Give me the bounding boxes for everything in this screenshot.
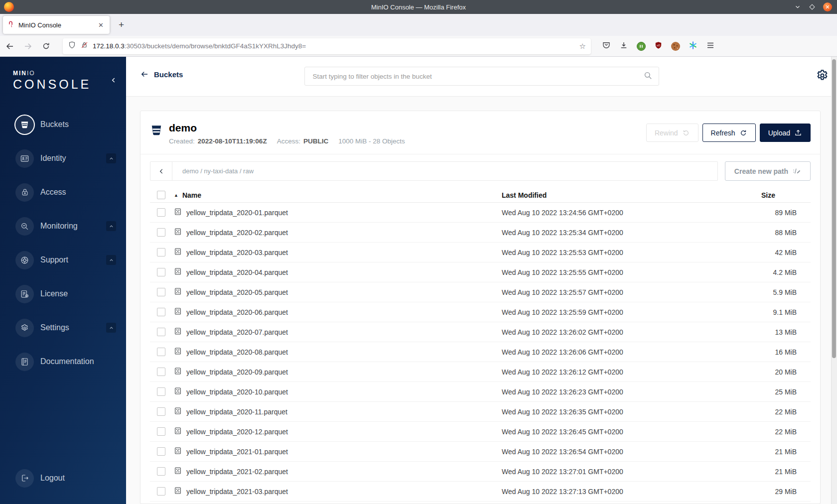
- upload-button[interactable]: Upload: [760, 124, 811, 142]
- row-checkbox[interactable]: [157, 288, 165, 296]
- object-name[interactable]: yellow_tripdata_2020-09.parquet: [186, 368, 288, 376]
- bookmark-star-icon[interactable]: ☆: [579, 42, 586, 51]
- object-row[interactable]: yellow_tripdata_2020-02.parquetWed Aug 1…: [150, 223, 811, 243]
- column-header-last-modified[interactable]: Last Modified: [502, 191, 736, 199]
- breadcrumb[interactable]: demo / ny-taxi-data / raw: [172, 162, 254, 180]
- sort-ascending-icon[interactable]: ▲: [174, 193, 178, 198]
- row-checkbox[interactable]: [157, 467, 165, 476]
- window-menu-chevron-icon[interactable]: [794, 3, 801, 10]
- object-row[interactable]: yellow_tripdata_2021-02.parquetWed Aug 1…: [150, 462, 811, 482]
- row-checkbox[interactable]: [157, 248, 165, 256]
- cookie-extension-icon[interactable]: [671, 42, 680, 51]
- back-to-buckets-link[interactable]: Buckets: [140, 70, 183, 79]
- row-checkbox[interactable]: [157, 268, 165, 276]
- object-row[interactable]: yellow_tripdata_2020-08.parquetWed Aug 1…: [150, 342, 811, 362]
- reload-icon[interactable]: [38, 39, 54, 54]
- row-checkbox[interactable]: [157, 447, 165, 456]
- object-row[interactable]: yellow_tripdata_2020-03.parquetWed Aug 1…: [150, 243, 811, 262]
- object-row[interactable]: yellow_tripdata_2021-01.parquetWed Aug 1…: [150, 442, 811, 462]
- rewind-button[interactable]: Rewind: [646, 124, 698, 142]
- object-row[interactable]: yellow_tripdata_2020-07.parquetWed Aug 1…: [150, 322, 811, 342]
- object-row[interactable]: yellow_tripdata_2020-06.parquetWed Aug 1…: [150, 302, 811, 322]
- url-bar[interactable]: 172.18.0.3:30503/buckets/demo/browse/bnk…: [63, 38, 591, 54]
- object-name[interactable]: yellow_tripdata_2020-08.parquet: [186, 348, 288, 356]
- sidebar-item-license[interactable]: License: [0, 277, 126, 311]
- object-name[interactable]: yellow_tripdata_2021-03.parquet: [186, 488, 288, 496]
- hamburger-menu-icon[interactable]: [706, 41, 715, 52]
- console-settings-gear-icon[interactable]: [816, 69, 829, 84]
- object-name[interactable]: yellow_tripdata_2020-02.parquet: [186, 229, 288, 237]
- row-checkbox[interactable]: [157, 368, 165, 376]
- object-name[interactable]: yellow_tripdata_2020-05.parquet: [186, 288, 288, 296]
- sidebar-collapse-icon[interactable]: [110, 77, 117, 86]
- row-checkbox[interactable]: [157, 487, 165, 496]
- object-name[interactable]: yellow_tripdata_2020-07.parquet: [186, 328, 288, 336]
- object-name[interactable]: yellow_tripdata_2020-03.parquet: [186, 249, 288, 256]
- object-name[interactable]: yellow_tripdata_2020-06.parquet: [186, 308, 288, 316]
- maximize-icon[interactable]: [809, 4, 815, 10]
- insecure-lock-icon[interactable]: [80, 41, 89, 51]
- chevron-up-icon[interactable]: [106, 323, 116, 333]
- object-row[interactable]: yellow_tripdata_2021-03.parquetWed Aug 1…: [150, 482, 811, 502]
- sidebar-item-buckets[interactable]: Buckets: [0, 108, 126, 141]
- column-header-name[interactable]: ▲Name: [174, 191, 502, 199]
- object-row[interactable]: yellow_tripdata_2020-01.parquetWed Aug 1…: [150, 203, 811, 223]
- path-back-button[interactable]: [150, 162, 172, 180]
- sidebar-item-documentation[interactable]: Documentation: [0, 345, 126, 378]
- row-checkbox[interactable]: [157, 308, 165, 316]
- object-row[interactable]: yellow_tripdata_2020-11.parquetWed Aug 1…: [150, 402, 811, 422]
- sidebar-item-settings[interactable]: Settings: [0, 311, 126, 345]
- object-name[interactable]: yellow_tripdata_2020-12.parquet: [186, 428, 288, 436]
- object-name[interactable]: yellow_tripdata_2020-11.parquet: [186, 408, 287, 416]
- chevron-up-icon[interactable]: [106, 153, 116, 163]
- object-file-icon: [174, 427, 182, 436]
- select-all-checkbox[interactable]: [157, 191, 165, 199]
- row-checkbox[interactable]: [157, 348, 165, 356]
- create-new-path-button[interactable]: Create new path: [725, 161, 811, 181]
- object-size: 89 MiB: [736, 209, 811, 217]
- object-row[interactable]: yellow_tripdata_2020-05.parquetWed Aug 1…: [150, 282, 811, 302]
- refresh-button[interactable]: Refresh: [702, 124, 756, 142]
- sidebar-item-identity[interactable]: Identity: [0, 141, 126, 175]
- url-text[interactable]: 172.18.0.3:30503/buckets/demo/browse/bnk…: [93, 42, 579, 50]
- row-checkbox[interactable]: [157, 387, 165, 396]
- object-name[interactable]: yellow_tripdata_2020-01.parquet: [186, 209, 288, 217]
- new-tab-button[interactable]: +: [115, 19, 128, 30]
- tab-minio-console[interactable]: MinIO Console ✕: [3, 16, 110, 34]
- privacy-badger-icon[interactable]: [637, 42, 646, 51]
- sidebar-item-support[interactable]: Support: [0, 243, 126, 277]
- object-row[interactable]: yellow_tripdata_2020-10.parquetWed Aug 1…: [150, 382, 811, 402]
- object-name[interactable]: yellow_tripdata_2020-10.parquet: [186, 388, 288, 396]
- download-icon[interactable]: [619, 41, 628, 52]
- close-window-button[interactable]: ✕: [823, 2, 832, 11]
- asterisk-extension-icon[interactable]: [689, 41, 698, 52]
- row-checkbox[interactable]: [157, 228, 165, 237]
- chevron-up-icon[interactable]: [106, 255, 116, 265]
- object-file-icon: [174, 287, 182, 297]
- object-row[interactable]: yellow_tripdata_2020-09.parquetWed Aug 1…: [150, 362, 811, 382]
- tracking-shield-icon[interactable]: [68, 41, 76, 51]
- object-row[interactable]: yellow_tripdata_2020-04.parquetWed Aug 1…: [150, 262, 811, 282]
- sidebar-item-access[interactable]: Access: [0, 175, 126, 209]
- object-filter-input[interactable]: [313, 73, 643, 80]
- object-name[interactable]: yellow_tripdata_2021-02.parquet: [186, 468, 288, 476]
- object-name[interactable]: yellow_tripdata_2020-04.parquet: [186, 268, 288, 276]
- row-checkbox[interactable]: [157, 407, 165, 416]
- pocket-icon[interactable]: [602, 41, 611, 52]
- object-name[interactable]: yellow_tripdata_2021-01.parquet: [186, 448, 288, 456]
- row-checkbox[interactable]: [157, 427, 165, 436]
- row-checkbox[interactable]: [157, 208, 165, 217]
- row-checkbox[interactable]: [157, 328, 165, 336]
- back-icon[interactable]: [2, 39, 18, 54]
- object-row[interactable]: yellow_tripdata_2020-12.parquetWed Aug 1…: [150, 422, 811, 442]
- chevron-up-icon[interactable]: [106, 221, 116, 231]
- column-header-size[interactable]: Size: [736, 191, 811, 199]
- page-scrollbar[interactable]: [831, 57, 837, 504]
- sidebar-item-monitoring[interactable]: Monitoring: [0, 209, 126, 243]
- tab-close-icon[interactable]: ✕: [96, 20, 106, 30]
- forward-icon[interactable]: [20, 39, 36, 54]
- bucket-icon: [150, 124, 163, 139]
- page-scrollbar-thumb[interactable]: [832, 59, 836, 358]
- ublock-origin-icon[interactable]: uO: [654, 41, 663, 52]
- sidebar-item-logout[interactable]: Logout: [0, 461, 126, 495]
